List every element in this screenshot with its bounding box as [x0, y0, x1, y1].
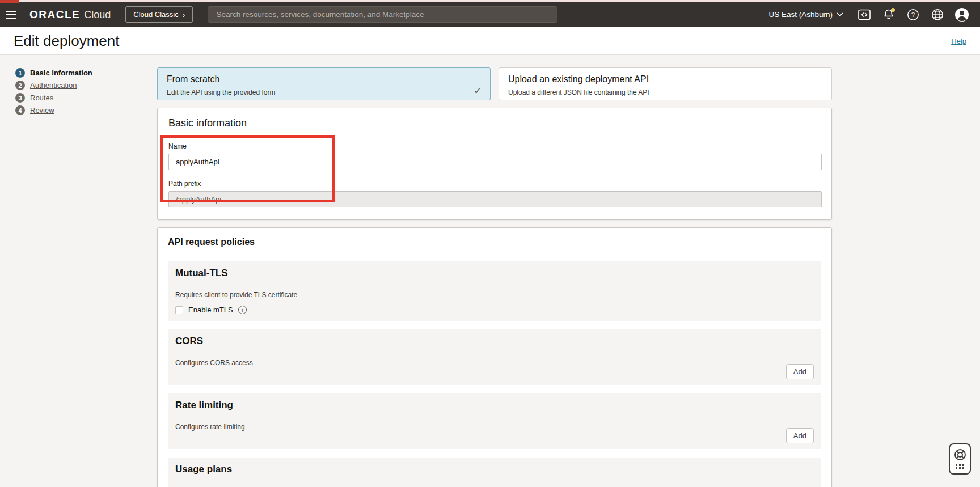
page-header: Edit deployment Help: [0, 27, 980, 55]
step-label: Basic information: [30, 69, 92, 77]
info-icon[interactable]: i: [238, 306, 247, 314]
stepper-item-routes[interactable]: 3 Routes: [15, 92, 134, 103]
choice-card-upload-api[interactable]: Upload an existing deployment API Upload…: [499, 67, 832, 100]
dots-grid-icon: [956, 464, 965, 469]
choice-subtitle: Edit the API using the provided form: [167, 88, 481, 96]
help-link[interactable]: Help: [951, 37, 966, 45]
policy-description: Configures rate limiting: [175, 423, 814, 431]
chevron-down-icon: [837, 12, 843, 17]
policy-section-title: Usage plans: [168, 458, 821, 481]
policy-section-usage-plans: Usage plans Configures usage plans Add: [168, 458, 821, 487]
path-prefix-input: [168, 191, 822, 207]
step-number-badge: 4: [15, 105, 25, 115]
basic-information-title: Basic information: [168, 117, 821, 129]
help-question-icon[interactable]: ?: [904, 6, 922, 24]
policy-section-body: Configures usage plans Add: [168, 481, 821, 487]
cloud-classic-label: Cloud Classic: [133, 10, 178, 19]
main-content: From scratch Edit the API using the prov…: [157, 67, 832, 487]
stepper-item-authentication[interactable]: 2 Authentication: [15, 80, 134, 91]
cloud-classic-button[interactable]: Cloud Classic ›: [125, 6, 193, 23]
step-number-badge: 3: [15, 93, 25, 103]
enable-mtls-label: Enable mTLS: [188, 306, 233, 314]
policy-section-title: Rate limiting: [168, 393, 821, 417]
notification-dot: [891, 8, 895, 12]
policy-section-cors: CORS Configures CORS access Add: [168, 329, 821, 385]
notifications-bell-icon[interactable]: [880, 6, 898, 24]
step-label: Routes: [30, 94, 53, 102]
step-number-badge: 1: [15, 68, 25, 78]
logo-oracle-text: ORACLE: [29, 9, 80, 21]
support-launcher-widget[interactable]: [949, 443, 971, 475]
policy-section-title: CORS: [168, 329, 821, 353]
api-request-policies-title: API request policies: [168, 237, 821, 247]
language-globe-icon[interactable]: [928, 6, 947, 24]
region-label: US East (Ashburn): [768, 10, 833, 19]
selected-check-icon: ✓: [474, 86, 481, 96]
policy-description: Requires client to provide TLS certifica…: [175, 291, 814, 299]
browser-tab-marker: [0, 0, 19, 3]
enable-mtls-row: Enable mTLS i: [175, 306, 814, 314]
choice-subtitle: Upload a different JSON file containing …: [508, 88, 822, 96]
stepper-item-basic-information[interactable]: 1 Basic information: [15, 67, 134, 78]
logo-cloud-text: Cloud: [84, 9, 111, 21]
policy-section-rate-limiting: Rate limiting Configures rate limiting A…: [168, 393, 821, 449]
policy-section-body: Configures rate limiting Add: [168, 417, 821, 449]
hamburger-menu-icon[interactable]: [6, 7, 22, 23]
page-title: Edit deployment: [14, 32, 119, 50]
stepper-item-review[interactable]: 4 Review: [15, 105, 134, 116]
api-request-policies-card: API request policies Mutual-TLS Requires…: [157, 227, 832, 487]
search-input[interactable]: [208, 6, 557, 23]
choice-title: From scratch: [167, 74, 481, 84]
name-input[interactable]: [168, 154, 822, 170]
browser-loading-strip: [0, 0, 980, 2]
basic-information-card: Basic information Name Path prefix: [157, 108, 832, 220]
path-prefix-label: Path prefix: [168, 180, 821, 188]
choice-title: Upload an existing deployment API: [508, 74, 822, 84]
topbar-right: US East (Ashburn) ?: [768, 6, 971, 24]
choice-card-from-scratch[interactable]: From scratch Edit the API using the prov…: [157, 67, 491, 100]
source-choice-row: From scratch Edit the API using the prov…: [157, 67, 832, 100]
policy-section-body: Configures CORS access Add: [168, 353, 821, 385]
step-label: Authentication: [30, 81, 77, 90]
policy-section-title: Mutual-TLS: [168, 261, 821, 285]
policy-section-body: Requires client to provide TLS certifica…: [168, 285, 821, 321]
step-number-badge: 2: [15, 81, 25, 90]
rate-limiting-add-button[interactable]: Add: [786, 428, 814, 443]
step-label: Review: [30, 106, 54, 115]
topbar: ORACLE Cloud Cloud Classic › US East (As…: [0, 0, 980, 27]
oracle-cloud-logo[interactable]: ORACLE Cloud: [29, 9, 111, 21]
wizard-stepper: 1 Basic information 2 Authentication 3 R…: [15, 67, 134, 117]
enable-mtls-checkbox[interactable]: [175, 306, 183, 314]
name-field-label: Name: [168, 142, 821, 150]
svg-text:?: ?: [911, 11, 915, 18]
chevron-right-icon: ›: [183, 12, 185, 18]
cors-add-button[interactable]: Add: [786, 364, 814, 379]
user-avatar-icon[interactable]: [953, 6, 971, 24]
policy-section-mutual-tls: Mutual-TLS Requires client to provide TL…: [168, 261, 821, 321]
cloud-shell-icon[interactable]: [855, 6, 873, 24]
region-selector[interactable]: US East (Ashburn): [768, 10, 843, 19]
search-container: [208, 6, 557, 23]
policy-description: Configures CORS access: [175, 359, 814, 367]
life-ring-icon: [954, 448, 966, 461]
